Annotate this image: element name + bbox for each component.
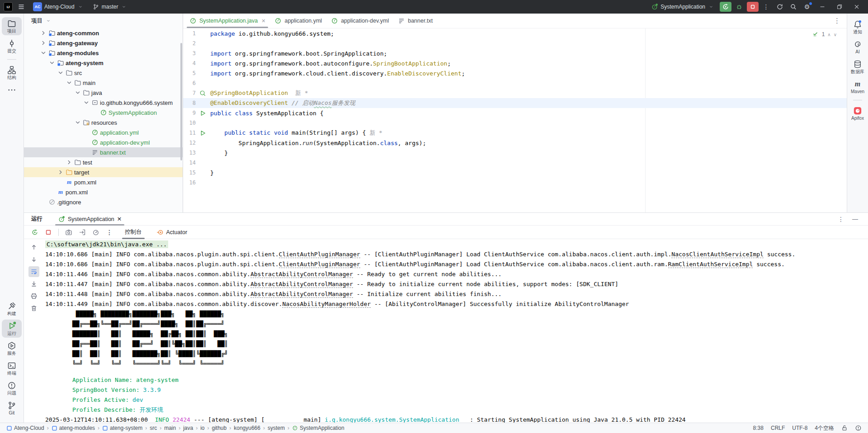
tree-row-SystemApplication[interactable]: SystemApplication [24,108,183,118]
prev-problem-icon[interactable]: ∧ [827,32,830,37]
code-line-1[interactable]: 1package io.github.kongyu666.system; [183,28,847,38]
code-line-3[interactable]: 3import org.springframework.boot.SpringA… [183,48,847,58]
run-tab[interactable]: SystemApplication ✕ [54,213,125,226]
console-tab-Actuator[interactable]: Actuator [152,226,192,239]
breadcrumb-item-ateng-system[interactable]: ateng-system [102,425,142,431]
tool-strip-item-运行[interactable]: 运行 [2,320,22,338]
search-everywhere-button[interactable] [788,2,799,12]
tool-strip-item-AI[interactable]: AI [848,38,868,56]
code-line-8[interactable]: 8@EnableDiscoveryClient // 启动Nacos服务发现 [183,98,847,108]
status-item[interactable]: 4个空格 [815,424,834,432]
code-editor[interactable]: 1package io.github.kongyu666.system;23im… [183,28,847,188]
unlock-icon[interactable] [841,425,848,431]
run-configuration-selector[interactable]: SystemApplication [648,2,718,12]
tree-row-ateng-modules[interactable]: ateng-modules [24,48,183,58]
code-line-2[interactable]: 2 [183,38,847,48]
tree-row-pom.xml[interactable]: mpom.xml [24,177,183,187]
more-vertical-icon[interactable]: ⋮ [838,216,844,223]
tree-row-ateng-common[interactable]: ateng-common [24,28,183,38]
console-output[interactable]: C:\software\jdk21\bin\java.exe ...14:10:… [44,240,868,423]
status-item[interactable]: 8:38 [753,425,764,431]
chevron-right-icon[interactable] [39,39,47,47]
run-gutter-icon[interactable] [196,110,209,117]
editor-tab-application.yml[interactable]: application.yml [270,14,326,28]
console-class-link[interactable]: ClientAuthPluginManager [279,251,360,258]
tree-row-banner.txt[interactable]: banner.txt [24,147,183,157]
close-icon[interactable]: ✕ [117,216,122,222]
tree-row-pom.xml[interactable]: mpom.xml [24,187,183,197]
chevron-down-icon[interactable] [48,59,56,66]
code-line-9[interactable]: 9public class SystemApplication { [183,108,847,118]
window-close-button[interactable] [849,0,864,14]
console-class-link[interactable]: NacosClientAuthServiceImpl [671,251,764,258]
inspections-widget[interactable]: 1 ∧ ∨ [810,30,839,38]
console-class-link[interactable]: AbstractAbilityControlManager [250,291,353,298]
more-run-actions-button[interactable]: ⋮ [760,2,772,12]
tool-strip-item-结构[interactable]: 结构 [2,64,22,82]
tool-strip-item-Apifox[interactable]: Apifox [848,104,868,122]
tree-row-target[interactable]: target [24,167,183,177]
trash-button[interactable] [28,303,39,314]
settings-button[interactable]: ⚙ [801,2,813,12]
console-class-link[interactable]: ClientAuthPluginManager [279,261,360,268]
main-menu-button[interactable] [14,2,28,12]
console-class-link[interactable]: AbstractAbilityControlManager [250,281,353,288]
tool-strip-item-通知[interactable]: 通知 [848,18,868,36]
code-line-5[interactable]: 5import org.springframework.cloud.client… [183,68,847,78]
console-class-link[interactable]: i.g.kongyu666.system.SystemApplication [325,416,459,423]
breadcrumb-item-src[interactable]: src [150,425,157,431]
rerun-button[interactable] [29,227,40,238]
stop-button[interactable] [747,2,759,12]
arrow-box-button[interactable] [77,227,88,238]
code-line-12[interactable]: 12 SpringApplication.run(SystemApplicati… [183,138,847,148]
tree-row-java[interactable]: java [24,88,183,98]
code-line-7[interactable]: 7@SpringBootApplication 新 * [183,88,847,98]
arrow-down-button[interactable] [28,254,39,265]
breadcrumb-item-java[interactable]: java [183,425,193,431]
breadcrumb-item-system[interactable]: system [268,425,285,431]
chevron-down-icon[interactable] [74,119,81,126]
tool-strip-item-数据库[interactable]: 数据库 [848,58,868,76]
gauge-button[interactable] [90,227,101,238]
sync-button[interactable] [774,2,786,12]
project-panel-header[interactable]: 项目 [24,14,183,28]
stop-button[interactable] [43,227,54,238]
print-button[interactable] [28,291,39,301]
tree-row-ateng-system[interactable]: ateng-system [24,58,183,68]
bean-gutter-icon[interactable] [196,90,209,97]
tool-strip-item-项目[interactable]: 项目 [2,17,22,35]
tool-strip-item-终端[interactable]: 终端 [2,359,22,377]
run-gutter-icon[interactable] [196,130,209,136]
console-class-link[interactable]: AbstractAbilityControlManager [250,271,353,278]
window-minimize-button[interactable] [815,0,830,14]
chevron-down-icon[interactable] [57,69,64,76]
tree-row-io.github.kongyu666.system[interactable]: io.github.kongyu666.system [24,98,183,108]
hide-panel-icon[interactable]: — [852,216,858,222]
status-item[interactable]: CRLF [771,425,785,431]
console-class-link[interactable]: RamClientAuthServiceImpl [668,261,753,268]
tree-row-application.yml[interactable]: application.yml [24,127,183,137]
breadcrumb-item-ateng-modules[interactable]: ateng-modules [52,425,95,431]
tool-strip-item-服务[interactable]: 服务 [2,339,22,358]
breadcrumb-item-io[interactable]: io [200,425,204,431]
tree-row-test[interactable]: test [24,157,183,167]
project-tree-scrollbar[interactable] [180,43,182,160]
code-line-14[interactable]: 14 [183,158,847,168]
chevron-down-icon[interactable] [82,99,90,106]
scroll-end-button[interactable] [28,278,39,289]
chevron-right-icon[interactable] [39,29,47,37]
editor-tab-application-dev.yml[interactable]: application-dev.yml [326,14,393,28]
tool-strip-item-构建[interactable]: 构建 [2,300,22,318]
status-problems-icon[interactable] [855,425,862,432]
tree-row-ateng-gateway[interactable]: ateng-gateway [24,38,183,48]
code-line-13[interactable]: 13 } [183,148,847,158]
breadcrumb-item-main[interactable]: main [164,425,176,431]
project-widget[interactable]: AC Ateng-Cloud [30,1,87,13]
code-line-11[interactable]: 11 public static void main(String[] args… [183,128,847,138]
tool-strip-item-Git[interactable]: Git [2,399,22,417]
soft-wrap-button[interactable] [28,266,39,277]
tree-row-src[interactable]: src [24,68,183,78]
next-problem-icon[interactable]: ∨ [834,32,837,37]
code-line-16[interactable]: 16 [183,178,847,188]
breadcrumb-item-SystemApplication[interactable]: SystemApplication [292,425,344,431]
